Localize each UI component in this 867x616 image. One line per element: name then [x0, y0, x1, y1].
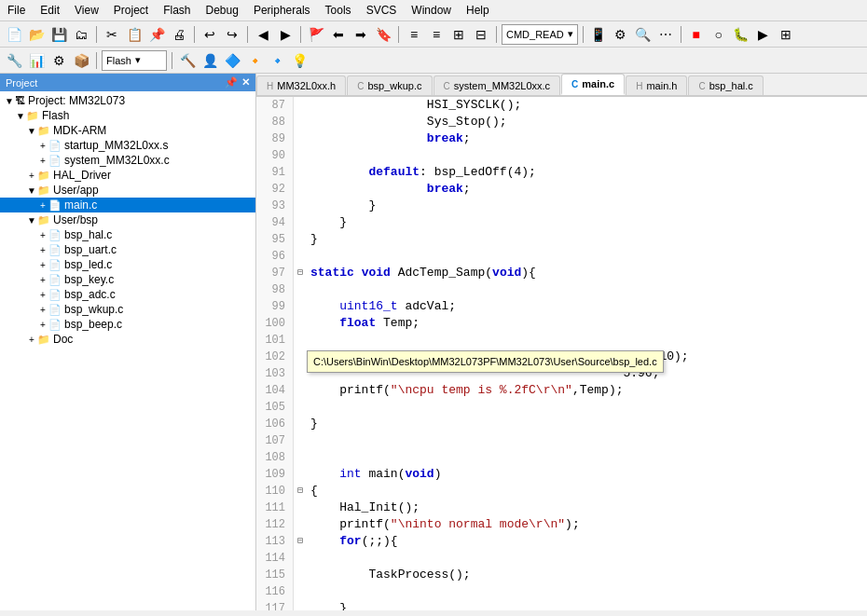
fold-95[interactable]: [294, 231, 307, 248]
menu-help[interactable]: Help: [459, 2, 497, 19]
expand-mainc-icon[interactable]: +: [37, 200, 48, 211]
panel-close-btn[interactable]: ✕: [241, 76, 250, 89]
tab-bsp-wkup-c[interactable]: C bsp_wkup.c: [347, 75, 432, 95]
expand-bspuart-icon[interactable]: +: [37, 245, 48, 255]
expand-bspbeep-icon[interactable]: +: [37, 320, 48, 330]
menu-debug[interactable]: Debug: [199, 2, 246, 19]
indent-btn[interactable]: ≡: [404, 24, 424, 45]
menu-view[interactable]: View: [67, 2, 106, 19]
tab-mm32l0xx-h[interactable]: H MM32L0xx.h: [256, 75, 346, 95]
panel-pin-icon[interactable]: 📌: [225, 76, 238, 89]
tb2-opt5[interactable]: 🔹: [267, 50, 287, 71]
fold-106[interactable]: [294, 416, 307, 432]
menu-window[interactable]: Window: [404, 2, 459, 19]
expand-startup-icon[interactable]: +: [37, 141, 48, 151]
fold-99[interactable]: [294, 298, 307, 315]
tree-item-bsphal[interactable]: + 📄 bsp_hal.c: [0, 227, 255, 242]
redo-btn[interactable]: ↪: [222, 24, 242, 45]
menu-tools[interactable]: Tools: [318, 2, 359, 19]
circle-btn[interactable]: ○: [709, 24, 729, 45]
fold-109[interactable]: [294, 466, 307, 483]
copy-btn[interactable]: 📋: [124, 24, 144, 45]
debug-btn[interactable]: 🐛: [731, 24, 751, 45]
tree-item-root[interactable]: ▼ 🏗 Project: MM32L073: [0, 93, 255, 108]
format-btn[interactable]: ⊟: [471, 24, 491, 45]
expand-bsphal-icon[interactable]: +: [37, 230, 48, 240]
fold-117[interactable]: [294, 600, 307, 610]
tb2-btn1[interactable]: 🔧: [4, 50, 24, 71]
bookmark-prev-btn[interactable]: ⬅: [328, 24, 349, 45]
options-btn[interactable]: ⋯: [655, 24, 676, 45]
bookmark-btn[interactable]: 🚩: [306, 24, 326, 45]
fold-100[interactable]: [294, 315, 307, 332]
fold-89[interactable]: [294, 130, 307, 147]
tree-item-flash[interactable]: ▼ 📁 Flash: [0, 108, 255, 123]
cmd-read-dropdown[interactable]: CMD_READ ▾: [502, 24, 578, 45]
expand-bspkey-icon[interactable]: +: [37, 275, 48, 285]
tb2-btn4[interactable]: 📦: [71, 50, 91, 71]
fold-87[interactable]: [294, 97, 307, 114]
expand-mdk-icon[interactable]: ▼: [26, 126, 37, 136]
tb2-opt6[interactable]: 💡: [289, 50, 310, 71]
tb2-btn2[interactable]: 📊: [26, 50, 47, 71]
menu-peripherals[interactable]: Peripherals: [246, 2, 318, 19]
tree-item-bspbeep[interactable]: + 📄 bsp_beep.c: [0, 317, 255, 332]
fold-114[interactable]: [294, 550, 307, 567]
save-btn[interactable]: 💾: [48, 24, 69, 45]
bookmark-next-btn[interactable]: ➡: [351, 24, 371, 45]
menu-edit[interactable]: Edit: [33, 2, 67, 19]
expand-flash-icon[interactable]: ▼: [15, 111, 26, 121]
column-btn[interactable]: ⊞: [448, 24, 469, 45]
tree-item-system[interactable]: + 📄 system_MM32L0xx.c: [0, 153, 255, 168]
expand-userbsp-icon[interactable]: ▼: [26, 215, 37, 226]
tb2-opt1[interactable]: 🔨: [177, 50, 198, 71]
fold-107[interactable]: [294, 432, 307, 449]
tree-item-bspkey[interactable]: + 📄 bsp_key.c: [0, 272, 255, 287]
tab-system-mm32l0xx-c[interactable]: C system_MM32L0xx.c: [434, 75, 561, 95]
code-editor[interactable]: 87 HSI_SYSCLK(); 88 Sys_Stop(); 89 bre: [256, 97, 867, 610]
tree-item-bspuart[interactable]: + 📄 bsp_uart.c: [0, 242, 255, 257]
menu-flash[interactable]: Flash: [156, 2, 198, 19]
tab-main-c[interactable]: C main.c: [561, 74, 625, 95]
fold-98[interactable]: [294, 281, 307, 298]
expand-hal-icon[interactable]: +: [26, 171, 37, 181]
tree-item-userbsp[interactable]: ▼ 📁 User/bsp: [0, 212, 255, 227]
bookmark-clear-btn[interactable]: 🔖: [373, 24, 393, 45]
fold-105[interactable]: [294, 399, 307, 416]
fold-113[interactable]: ⊟: [294, 533, 307, 550]
device-btn[interactable]: 📱: [588, 24, 609, 45]
flash-dropdown[interactable]: Flash ▾: [102, 50, 167, 71]
undo-btn[interactable]: ↩: [200, 24, 220, 45]
fold-116[interactable]: [294, 583, 307, 600]
search-btn[interactable]: 🔍: [633, 24, 654, 45]
fold-104[interactable]: [294, 382, 307, 399]
save-all-btn[interactable]: 🗂: [71, 24, 91, 45]
expand-userapp-icon[interactable]: ▼: [26, 185, 37, 196]
expand-bspled-icon[interactable]: +: [37, 260, 48, 270]
paste-btn[interactable]: 📌: [146, 24, 167, 45]
fold-88[interactable]: [294, 114, 307, 130]
extra-btn[interactable]: ⊞: [776, 24, 796, 45]
menu-svcs[interactable]: SVCS: [359, 2, 405, 19]
tree-item-bspwkup[interactable]: + 📄 bsp_wkup.c: [0, 302, 255, 317]
print-btn[interactable]: 🖨: [169, 24, 189, 45]
tab-bsp-hal-c[interactable]: C bsp_hal.c: [688, 75, 763, 95]
fold-111[interactable]: [294, 500, 307, 516]
fold-97[interactable]: ⊟: [294, 265, 307, 281]
new-file-btn[interactable]: 📄: [4, 24, 24, 45]
fold-112[interactable]: [294, 516, 307, 533]
open-file-btn[interactable]: 📂: [26, 24, 47, 45]
fold-110[interactable]: ⊟: [294, 483, 307, 500]
menu-file[interactable]: File: [0, 2, 33, 19]
tree-item-mainc[interactable]: + 📄 main.c: [0, 198, 255, 212]
fold-101[interactable]: [294, 332, 307, 349]
tree-item-userapp[interactable]: ▼ 📁 User/app: [0, 183, 255, 198]
tree-item-doc[interactable]: + 📁 Doc: [0, 332, 255, 347]
fold-94[interactable]: [294, 214, 307, 231]
settings-btn[interactable]: ⚙: [611, 24, 631, 45]
stop-btn[interactable]: ■: [686, 24, 707, 45]
expand-root-icon[interactable]: ▼: [4, 96, 15, 106]
tab-main-h[interactable]: H main.h: [626, 75, 687, 95]
tree-item-bspled[interactable]: + 📄 bsp_led.c: [0, 257, 255, 272]
fold-90[interactable]: [294, 147, 307, 164]
